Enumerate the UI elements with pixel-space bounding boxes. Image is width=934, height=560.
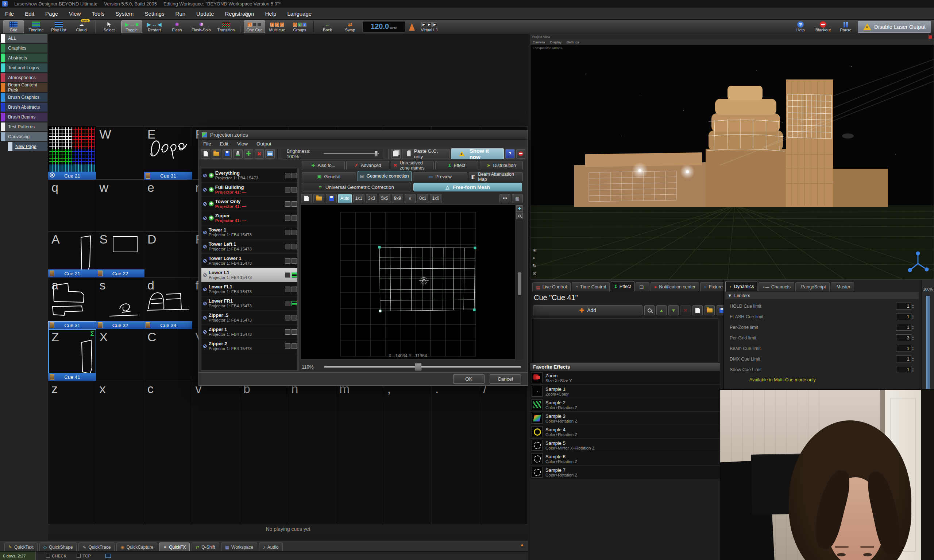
limiter-stepper[interactable]: ▴▾ (912, 325, 914, 330)
cue-cell[interactable]: X (96, 329, 145, 381)
zone-checkbox-2[interactable] (291, 201, 297, 207)
dock-tab[interactable]: Audio (259, 543, 283, 551)
dock-tab[interactable]: QuickCapture (116, 543, 157, 551)
zone-checkbox-1[interactable] (285, 244, 290, 249)
zoom-slider-thumb[interactable] (415, 363, 421, 371)
save-zones-button[interactable] (223, 149, 232, 158)
mesh-more-button[interactable]: ••• (499, 194, 510, 203)
dock-tab[interactable]: QuickTrace (79, 543, 114, 551)
pause-button[interactable]: Pause (835, 20, 856, 33)
cue-cell[interactable]: b (240, 381, 288, 524)
move-down-button[interactable]: ▼ (668, 305, 679, 315)
sidebar-page-item[interactable]: Graphics (1, 44, 48, 52)
mesh-editor-canvas[interactable] (300, 205, 515, 360)
dock-tab[interactable]: Q-Shift (191, 543, 219, 551)
zone-checkbox-1[interactable] (285, 215, 290, 221)
cue-s-lower[interactable]: Cue 32 (96, 277, 145, 329)
rotate-icon[interactable]: ↻ (533, 263, 536, 268)
zone-row[interactable]: ⊘ ✚ Everything Projector 1: FB4 15473 (201, 168, 299, 183)
limiter-value-input[interactable]: 3 (896, 334, 911, 341)
sidebar-page-item[interactable]: Text and Logos (1, 63, 48, 72)
zone-checkbox-2[interactable] (291, 301, 297, 306)
cue-a-upper[interactable]: Cue 21 (48, 232, 96, 277)
zone-option-tab[interactable]: Unresolved zone names (391, 161, 434, 169)
zone-checkbox-2[interactable] (291, 272, 297, 278)
zone-checkbox-2[interactable] (291, 173, 297, 178)
preview-menu-item[interactable]: Display (550, 40, 561, 44)
mesh-density-button[interactable]: 9x9 (392, 194, 403, 203)
disable-laser-output-button[interactable]: Disable Laser Output (858, 21, 931, 33)
freeform-mesh-button[interactable]: △Free-form Mesh (413, 183, 522, 191)
sidebar-page-item[interactable]: ALL (1, 34, 48, 43)
zone-row[interactable]: ⊘ ✚ Zipper Projector 41: — (201, 211, 299, 225)
sidebar-page-item[interactable]: Brush Beams (1, 113, 48, 122)
dialog-menu-item[interactable]: Output (256, 141, 271, 146)
add-zone-button[interactable]: ✚ (244, 149, 253, 158)
cue-cell[interactable]: c (144, 381, 192, 524)
dock-tab[interactable]: Workspace (221, 543, 257, 551)
mute-zone-icon[interactable]: ⊘ (203, 329, 207, 335)
menu-search-icon[interactable] (245, 12, 249, 18)
zone-checkbox-2[interactable] (291, 329, 297, 335)
zone-checkbox-1[interactable] (285, 173, 290, 178)
mesh-split-button[interactable]: ▥ (512, 194, 523, 203)
dock-tab[interactable]: QuickText (5, 543, 38, 551)
zone-checkbox-1[interactable] (285, 315, 290, 320)
dock-tab[interactable]: QuickFX (159, 543, 190, 551)
favorite-effect-item[interactable]: Sample 5Color+Mirror X+Rotation Z (530, 438, 720, 452)
mesh-axis-button[interactable]: 0x1 (417, 194, 428, 203)
control-tab[interactable]: Effect (611, 281, 635, 291)
add-effect-button[interactable]: ✚Add (533, 305, 643, 315)
zone-row[interactable]: ⊘ ✚ Zipper 2 Projector 1: FB4 15473 (201, 339, 299, 353)
limiter-value-input[interactable]: 1 (896, 355, 911, 362)
zone-checkbox-2[interactable] (291, 343, 297, 349)
zone-checkbox-2[interactable] (291, 215, 297, 221)
control-tab[interactable]: Fixture (700, 282, 726, 291)
control-tab[interactable]: Live Control (532, 282, 570, 291)
zone-checkbox-2[interactable] (291, 230, 297, 235)
menu-item[interactable]: Update (196, 11, 214, 17)
limiter-value-input[interactable]: 1 (896, 313, 911, 320)
zone-option-tab[interactable]: Distribution (480, 161, 523, 169)
limiter-stepper[interactable]: ▴▾ (912, 304, 914, 309)
cue-q-test-grid[interactable]: Cue 21 (48, 126, 96, 180)
cue-a-lower[interactable]: Cue 31 (48, 277, 96, 329)
cue-e-pango[interactable]: Cue 31 (144, 126, 192, 180)
cue-cell[interactable]: , (384, 381, 432, 524)
dynamics-tab[interactable]: Channels (758, 282, 794, 291)
dialog-menu-item[interactable]: View (237, 141, 248, 146)
sidebar-page-item[interactable]: New Page (8, 142, 48, 151)
menu-item[interactable]: System (115, 11, 134, 17)
menu-item[interactable]: File (5, 11, 14, 17)
limiter-stepper[interactable]: ▴▾ (912, 367, 914, 372)
cue-cell[interactable]: w (96, 180, 145, 232)
control-tab[interactable]: Time Control (572, 282, 610, 291)
mute-zone-icon[interactable]: ⊘ (203, 229, 207, 235)
menu-item[interactable]: Edit (25, 11, 34, 17)
projector-button[interactable] (233, 149, 242, 158)
mesh-axis-button[interactable]: 1x0 (430, 194, 441, 203)
mute-zone-icon[interactable]: ⊘ (203, 201, 207, 207)
transition-button[interactable]: Transition (215, 20, 237, 33)
menu-item[interactable]: Page (45, 11, 58, 17)
limiter-value-input[interactable]: 1 (896, 303, 911, 309)
sidebar-page-item[interactable]: Beam Content Pack (1, 83, 48, 92)
select-mode-button[interactable]: Select (99, 20, 120, 33)
tcp-checkbox[interactable] (77, 554, 81, 558)
cue-cell[interactable]: q (48, 180, 96, 232)
disable-icon[interactable]: ⊘ (533, 271, 536, 276)
zone-row[interactable]: ⊘ ✚ Lower FR1 Projector 1: FB4 15473 (201, 296, 299, 311)
sidebar-page-item[interactable]: Canvasing (1, 132, 48, 141)
limiter-stepper[interactable]: ▴▾ (912, 335, 914, 340)
zone-option-tab[interactable]: Effect (435, 161, 478, 169)
delete-effect-button[interactable]: ✖ (680, 305, 690, 315)
zone-row[interactable]: ⊘ ✚ Lower L1 Projector 1: FB4 15473 (201, 268, 299, 282)
dialog-help-button[interactable]: ? (505, 149, 515, 158)
cue-d-lower[interactable]: Cue 33 (144, 277, 192, 329)
cue-cell[interactable]: n (288, 381, 336, 524)
new-effect-button[interactable] (692, 305, 703, 315)
favorite-effect-item[interactable]: Sample 7Color+Rotation Z (530, 466, 720, 479)
mute-zone-icon[interactable]: ⊘ (203, 272, 207, 278)
favorite-effect-item[interactable]: Sample 1Zoom+Color (530, 385, 720, 398)
cue-cell[interactable]: x (96, 381, 145, 524)
